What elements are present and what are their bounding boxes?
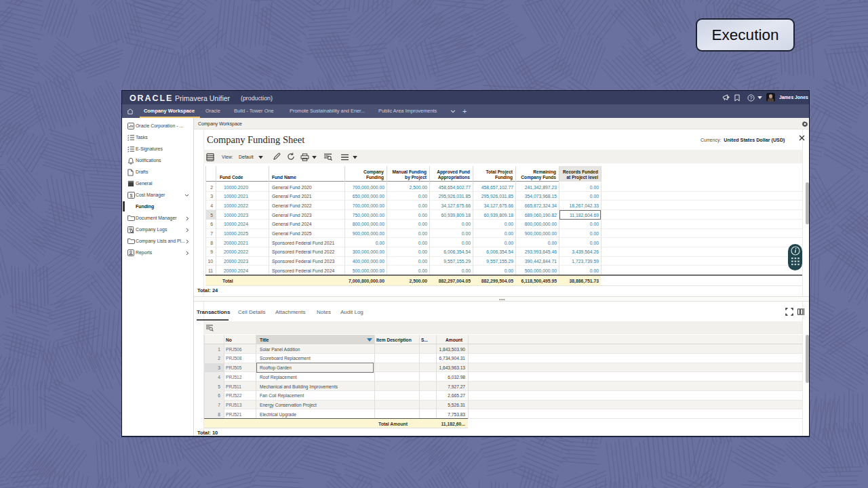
svg-text:$: $: [130, 192, 132, 198]
svg-text:?: ?: [749, 95, 752, 101]
